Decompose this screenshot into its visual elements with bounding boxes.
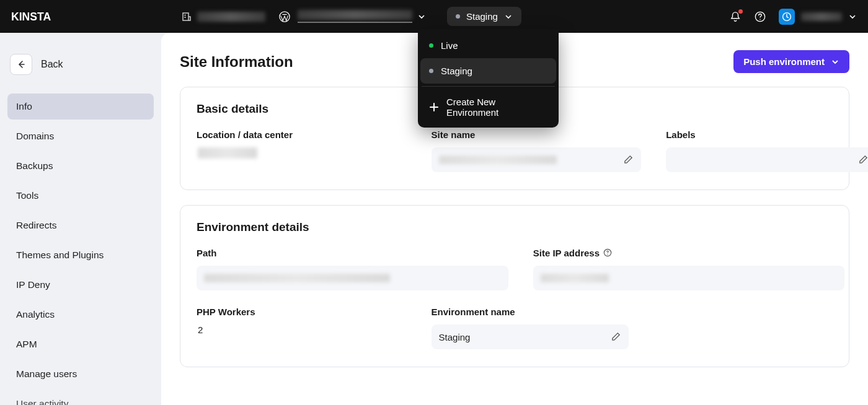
push-environment-button[interactable]: Push environment (733, 50, 849, 73)
environment-switcher[interactable]: Staging (447, 7, 521, 26)
sidebar-item-label: Manage users (16, 368, 77, 379)
help-icon[interactable] (754, 11, 766, 23)
company-crumb[interactable] (181, 11, 265, 22)
chevron-down-icon (848, 12, 857, 21)
location-label: Location / data center (197, 129, 407, 140)
chevron-down-icon (504, 12, 513, 21)
env-option-label: Staging (441, 66, 472, 76)
create-environment-button[interactable]: Create New Environment (420, 89, 556, 125)
env-name-value: Staging (439, 332, 471, 342)
sidebar-item-backups[interactable]: Backups (7, 153, 154, 179)
labels-label: Labels (666, 129, 868, 140)
env-status-dot-icon (429, 43, 433, 48)
back-label: Back (41, 59, 63, 70)
sidebar-item-domains[interactable]: Domains (7, 123, 154, 149)
labels-field[interactable] (666, 147, 868, 172)
php-workers-value: 2 (197, 324, 407, 335)
sidebar-item-user-activity[interactable]: User activity (7, 391, 154, 405)
env-status-dot-icon (456, 14, 460, 19)
sidebar-item-label: APM (16, 339, 37, 349)
php-workers-label: PHP Workers (197, 307, 407, 317)
help-tooltip-icon[interactable] (603, 248, 613, 258)
environment-dropdown: Live Staging Create New Environment (418, 29, 559, 128)
sidebar-item-label: Redirects (16, 220, 56, 230)
sidebar-item-label: Analytics (16, 309, 55, 320)
path-label: Path (197, 248, 508, 258)
create-env-label: Create New Environment (446, 97, 547, 118)
topbar: KINSTA Staging (0, 0, 868, 33)
arrow-left-icon (16, 59, 26, 69)
sidebar-item-redirects[interactable]: Redirects (7, 212, 154, 238)
brand-logo[interactable]: KINSTA (11, 10, 71, 24)
location-value (197, 147, 407, 160)
svg-rect-3 (185, 17, 186, 18)
svg-text:KINSTA: KINSTA (11, 10, 51, 22)
avatar-icon (779, 9, 795, 25)
notifications-icon[interactable] (729, 11, 742, 23)
site-crumb[interactable] (279, 10, 426, 23)
sidebar-item-label: Themes and Plugins (16, 250, 104, 260)
sidebar-item-label: Info (16, 101, 32, 111)
ip-label: Site IP address (533, 248, 845, 258)
sidebar-item-tools[interactable]: Tools (7, 183, 154, 209)
sidebar-item-label: IP Deny (16, 279, 50, 290)
pencil-icon[interactable] (611, 332, 621, 342)
path-value (197, 266, 508, 290)
env-switcher-label: Staging (466, 11, 498, 22)
sidebar-item-label: Backups (16, 160, 53, 171)
wordpress-icon (279, 11, 290, 22)
ip-value (533, 266, 845, 290)
card-title: Environment details (197, 220, 833, 234)
site-name-field[interactable] (432, 147, 642, 172)
back-button[interactable] (10, 54, 32, 75)
sidebar: Back Info Domains Backups Tools Redirect… (0, 33, 161, 405)
site-name-label: Site name (432, 129, 642, 140)
sidebar-item-analytics[interactable]: Analytics (7, 302, 154, 328)
chevron-down-icon (831, 58, 839, 66)
notification-badge-icon (738, 9, 743, 14)
environment-details-card: Environment details Path Site IP address (180, 205, 849, 367)
page-title: Site Information (180, 53, 293, 71)
env-option-live[interactable]: Live (420, 33, 556, 58)
chevron-down-icon (417, 12, 426, 21)
svg-rect-2 (185, 14, 186, 15)
env-name-label: Environment name (432, 307, 629, 317)
sidebar-item-manage-users[interactable]: Manage users (7, 361, 154, 387)
plus-icon (429, 102, 439, 112)
sidebar-item-info[interactable]: Info (7, 94, 154, 120)
sidebar-item-themes-plugins[interactable]: Themes and Plugins (7, 242, 154, 268)
sidebar-item-label: Domains (16, 131, 54, 141)
sidebar-item-apm[interactable]: APM (7, 331, 154, 357)
sidebar-item-ip-deny[interactable]: IP Deny (7, 272, 154, 298)
sidebar-item-label: User activity (16, 398, 68, 405)
menu-separator (422, 86, 555, 87)
env-option-label: Live (441, 40, 458, 51)
env-name-field[interactable]: Staging (432, 324, 629, 349)
push-button-label: Push environment (743, 56, 825, 67)
building-icon (181, 11, 192, 22)
pencil-icon[interactable] (624, 155, 634, 165)
env-status-dot-icon (429, 69, 433, 73)
pencil-icon[interactable] (859, 155, 868, 165)
sidebar-item-label: Tools (16, 190, 38, 201)
user-menu[interactable] (779, 9, 857, 25)
env-option-staging[interactable]: Staging (420, 58, 556, 84)
